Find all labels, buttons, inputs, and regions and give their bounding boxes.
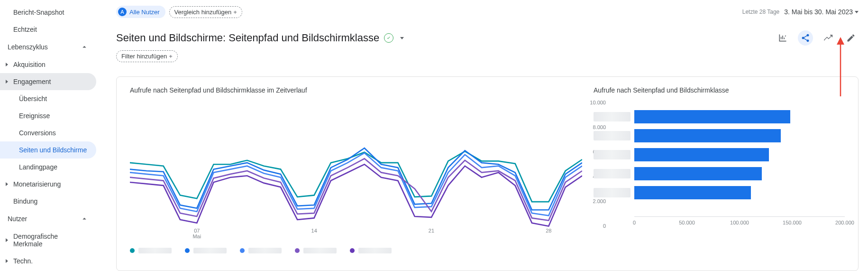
sidebar-sub-overview[interactable]: Übersicht — [0, 90, 96, 107]
sidebar-sub-conversions[interactable]: Conversions — [0, 124, 96, 141]
add-comparison-chip[interactable]: Vergleich hinzufügen + — [169, 6, 242, 18]
bar-track — [634, 166, 845, 181]
line-chart-card: Aufrufe nach Seitenpfad und Bildschirmkl… — [130, 86, 582, 264]
bar-x-axis: 050.000100.000150.000200.000 — [634, 216, 845, 227]
bar-row — [594, 164, 845, 183]
line-series — [130, 164, 582, 226]
sidebar-section-label: Lebenszyklus — [8, 43, 48, 51]
cards-container: Aufrufe nach Seitenpfad und Bildschirmkl… — [116, 76, 859, 271]
bar-row — [594, 145, 845, 164]
chart-edit-icon — [778, 33, 787, 43]
sidebar-section-label: Nutzer — [8, 215, 27, 223]
sidebar-item-tech[interactable]: Techn. — [0, 252, 96, 270]
bar-chart-title: Aufrufe nach Seitenpfad und Bildschirmkl… — [594, 86, 845, 94]
bar-label-redacted — [594, 150, 630, 159]
x-tick-label: 14 — [311, 228, 317, 234]
date-picker[interactable]: Letzte 28 Tage 3. Mai bis 30. Mai 2023 — [742, 8, 859, 16]
line-chart-area: 02.0004.0006.0008.00010.000 — [130, 103, 582, 226]
add-filter-chip[interactable]: Filter hinzufügen + — [116, 50, 178, 62]
bar-track — [634, 185, 845, 200]
sidebar: Bericht-Snapshot Echtzeit Lebenszyklus A… — [0, 0, 102, 271]
bar-x-tick-label: 150.000 — [783, 220, 802, 225]
title-row: Seiten und Bildschirme: Seitenpfad und B… — [116, 30, 859, 46]
status-check-button[interactable] — [384, 33, 393, 43]
sidebar-item-realtime[interactable]: Echtzeit — [0, 21, 96, 38]
line-chart-title: Aufrufe nach Seitenpfad und Bildschirmkl… — [130, 86, 582, 94]
sidebar-sub-events[interactable]: Ereignisse — [0, 107, 96, 124]
action-icons — [775, 30, 859, 46]
dropdown-caret-icon[interactable] — [400, 37, 404, 39]
y-tick-label: 10.000 — [590, 100, 606, 105]
date-range-text: 3. Mai bis 30. Mai 2023 — [784, 8, 853, 16]
insights-icon — [823, 33, 833, 43]
check-icon — [386, 35, 392, 41]
share-report-button[interactable] — [798, 30, 813, 46]
bar-fill[interactable] — [634, 110, 790, 123]
pencil-icon — [846, 33, 856, 43]
bar-row — [594, 183, 845, 202]
bar-x-tick-label: 200.000 — [835, 220, 854, 225]
all-users-chip[interactable]: A Alle Nutzer — [116, 6, 165, 18]
customize-report-button[interactable] — [775, 30, 790, 46]
bar-track — [634, 109, 845, 124]
bar-track — [634, 128, 845, 143]
sidebar-item-engagement[interactable]: Engagement — [0, 73, 96, 90]
bar-x-tick-label: 100.000 — [730, 220, 749, 225]
bar-chart-area — [594, 107, 845, 216]
bar-fill[interactable] — [634, 148, 769, 161]
main-content: A Alle Nutzer Vergleich hinzufügen + Let… — [102, 0, 868, 271]
edit-button[interactable] — [843, 30, 859, 46]
plus-icon: + — [233, 9, 237, 16]
bar-fill[interactable] — [634, 186, 751, 199]
bar-fill[interactable] — [634, 129, 781, 142]
line-chart-wrap: 02.0004.0006.0008.00010.000 07Mai142128 — [130, 103, 582, 264]
bar-track — [634, 147, 845, 162]
sidebar-item-monetization[interactable]: Monetarisierung — [0, 176, 96, 193]
x-tick-label: 28 — [546, 228, 551, 234]
date-range-label: Letzte 28 Tage — [742, 9, 780, 15]
badge-a: A — [118, 8, 127, 16]
caret-down-icon — [855, 11, 859, 13]
add-filter-label: Filter hinzufügen — [121, 53, 167, 60]
chevron-up-icon — [80, 215, 89, 223]
bar-label-redacted — [594, 169, 630, 178]
bar-x-tick-label: 0 — [633, 220, 636, 225]
filter-row: Filter hinzufügen + — [116, 50, 859, 62]
plus-icon: + — [169, 53, 173, 60]
sidebar-sub-landing-page[interactable]: Landingpage — [0, 159, 96, 176]
y-tick-label: 0 — [603, 223, 606, 229]
bar-label-redacted — [594, 188, 630, 197]
bar-row — [594, 126, 845, 145]
audience-chips: A Alle Nutzer Vergleich hinzufügen + — [116, 6, 242, 18]
bar-chart-card: Aufrufe nach Seitenpfad und Bildschirmkl… — [594, 86, 845, 264]
insights-button[interactable] — [821, 30, 836, 46]
add-comparison-label: Vergleich hinzufügen — [174, 9, 232, 16]
bar-label-redacted — [594, 112, 630, 121]
line-x-axis: 07Mai142128 — [130, 228, 582, 242]
x-tick-label: 21 — [429, 228, 434, 234]
sidebar-item-demographics[interactable]: Demografische Merkmale — [0, 228, 96, 252]
sidebar-item-acquisition[interactable]: Akquisition — [0, 56, 96, 73]
topbar: A Alle Nutzer Vergleich hinzufügen + Let… — [116, 6, 859, 18]
x-tick-label: 07Mai — [192, 228, 201, 239]
all-users-label: Alle Nutzer — [129, 9, 160, 16]
bar-label-redacted — [594, 131, 630, 140]
sidebar-item-report-snapshot[interactable]: Bericht-Snapshot — [0, 4, 96, 21]
line-series — [130, 151, 582, 202]
share-icon — [801, 33, 810, 43]
bar-row — [594, 107, 845, 126]
date-range-value: 3. Mai bis 30. Mai 2023 — [784, 8, 859, 16]
page-title: Seiten und Bildschirme: Seitenpfad und B… — [116, 32, 379, 44]
chevron-up-icon — [80, 43, 89, 51]
bar-x-tick-label: 50.000 — [679, 220, 695, 225]
sidebar-section-user[interactable]: Nutzer — [0, 210, 96, 228]
sidebar-sub-pages-screens[interactable]: Seiten und Bildschirme — [0, 141, 96, 159]
sidebar-section-lifecycle[interactable]: Lebenszyklus — [0, 38, 96, 56]
sidebar-item-retention[interactable]: Bindung — [0, 193, 96, 210]
bar-fill[interactable] — [634, 167, 762, 180]
